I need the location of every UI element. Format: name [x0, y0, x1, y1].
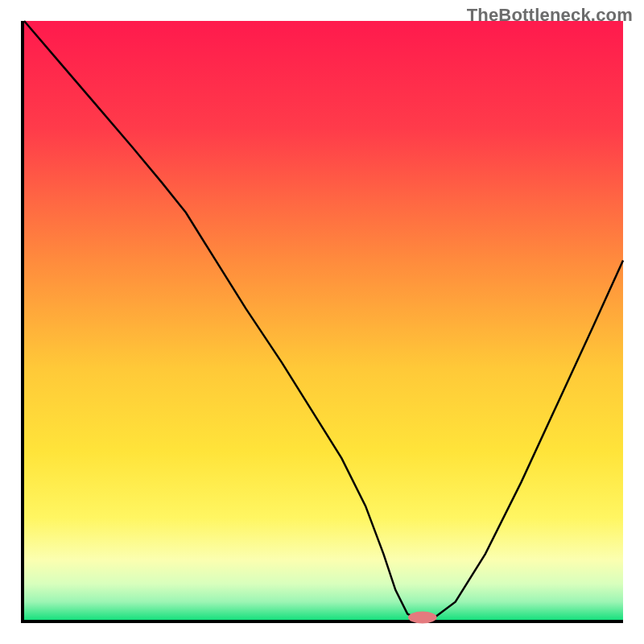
chart-container: TheBottleneck.com: [0, 0, 644, 644]
plot-area: [21, 21, 623, 623]
optimal-marker: [408, 612, 437, 624]
bottleneck-curve: [24, 21, 623, 620]
